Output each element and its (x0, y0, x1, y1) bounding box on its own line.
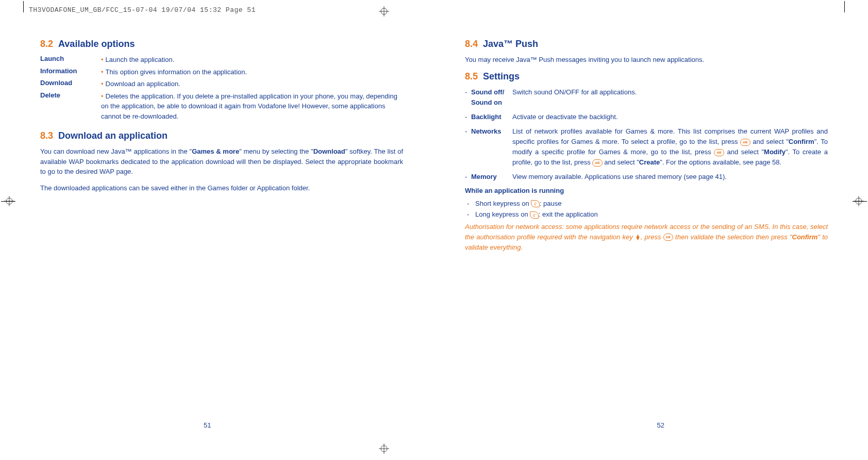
section-number: 8.2 (40, 39, 53, 49)
setting-memory: - Memory View memory available. Applicat… (465, 172, 828, 182)
option-desc: •Download an application. (101, 79, 403, 89)
bullet-icon: • (101, 80, 104, 88)
running-long-press: - Long keypress on c: exit the applicati… (465, 210, 828, 219)
dash-icon: - (465, 126, 471, 137)
setting-networks: - Networks List of network profiles avai… (465, 126, 828, 168)
option-information: Information •This option gives informati… (40, 67, 403, 77)
paragraph: You can download new Java™ applications … (40, 146, 403, 177)
setting-label: Backlight (471, 112, 512, 122)
bullet-icon: • (101, 68, 104, 76)
bullet-icon: • (101, 56, 104, 63)
setting-label: Sound off/Sound on (471, 87, 512, 108)
registration-mark-icon (379, 443, 389, 454)
setting-desc: Activate or deactivate the backlight. (512, 112, 828, 122)
option-label: Download (40, 79, 101, 87)
setting-desc: Switch sound ON/OFF for all applications… (512, 87, 828, 97)
heading-8-5: 8.5Settings (465, 71, 828, 82)
options-list: Launch •Launch the application. Informat… (40, 55, 403, 121)
dash-icon: - (465, 210, 475, 219)
page-number-right: 52 (657, 421, 664, 429)
heading-8-2: 8.2Available options (40, 39, 403, 50)
section-title: Java™ Push (483, 39, 538, 49)
page-spread: 8.2Available options Launch •Launch the … (0, 28, 868, 263)
option-launch: Launch •Launch the application. (40, 55, 403, 65)
section-title: Settings (483, 71, 520, 81)
crop-mark (844, 1, 845, 12)
option-desc: •Deletes the application. If you delete … (101, 91, 403, 122)
crop-mark (23, 1, 24, 12)
running-text: Long keypress on c: exit the application (475, 210, 598, 219)
dash-icon: - (465, 172, 471, 182)
dash-icon: - (465, 87, 471, 97)
page-number-left: 51 (204, 421, 211, 429)
ok-key-icon: ok (714, 149, 724, 156)
heading-8-4: 8.4Java™ Push (465, 39, 828, 50)
paragraph: You may receive Java™ Push messages invi… (465, 55, 828, 65)
dash-icon: - (465, 112, 471, 122)
option-label: Delete (40, 91, 101, 99)
bullet-icon: • (101, 92, 104, 100)
section-number: 8.4 (465, 39, 478, 49)
running-text: Short keypress on c: pause (475, 200, 562, 208)
section-title: Download an application (58, 130, 168, 141)
ok-key-icon: ok (663, 234, 673, 241)
ok-key-icon: ok (740, 139, 750, 146)
setting-desc: List of network profiles available for G… (512, 126, 828, 168)
running-short-press: - Short keypress on c: pause (465, 200, 828, 208)
heading-8-3: 8.3Download an application (40, 130, 403, 141)
setting-sound: - Sound off/Sound on Switch sound ON/OFF… (465, 87, 828, 108)
subheading-running: While an application is running (465, 187, 828, 194)
c-key-icon: c (530, 211, 539, 219)
setting-backlight: - Backlight Activate or deactivate the b… (465, 112, 828, 122)
setting-label: Memory (471, 172, 512, 182)
ok-key-icon: ok (592, 159, 602, 167)
option-label: Launch (40, 55, 101, 62)
authorisation-note: Authorisation for network access: some a… (465, 222, 828, 253)
option-download: Download •Download an application. (40, 79, 403, 89)
setting-label: Networks (471, 126, 512, 137)
page-right: 8.4Java™ Push You may receive Java™ Push… (434, 28, 868, 263)
section-title: Available options (58, 39, 135, 49)
prepress-header: TH3VODAFONE_UM_GB/FCC_15-07-04 19/07/04 … (29, 6, 256, 14)
option-desc: •Launch the application. (101, 55, 403, 65)
page-left: 8.2Available options Launch •Launch the … (0, 28, 434, 263)
section-number: 8.5 (465, 71, 478, 81)
navigation-key-icon: ▲▼ (635, 235, 641, 240)
registration-mark-icon (379, 6, 389, 17)
paragraph: The downloaded applications can be saved… (40, 183, 403, 193)
option-label: Information (40, 67, 101, 75)
option-delete: Delete •Deletes the application. If you … (40, 91, 403, 122)
option-desc: •This option gives information on the ap… (101, 67, 403, 77)
dash-icon: - (465, 200, 475, 208)
section-number: 8.3 (40, 130, 53, 141)
setting-desc: View memory available. Applications use … (512, 172, 828, 182)
c-key-icon: c (531, 200, 540, 207)
